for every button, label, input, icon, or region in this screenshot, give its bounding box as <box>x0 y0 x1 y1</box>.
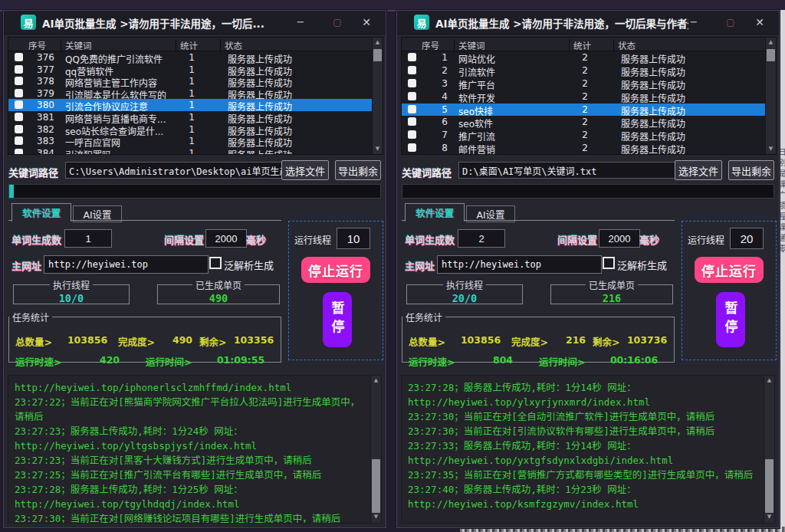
header-keyword: 关键词 <box>458 39 485 51</box>
row-checkbox[interactable] <box>15 136 23 145</box>
row-checkbox[interactable] <box>15 125 23 133</box>
close-button[interactable]: ✕ <box>358 14 375 31</box>
row-checkbox[interactable] <box>408 92 416 100</box>
gen-count-input[interactable] <box>64 229 112 248</box>
scroll-thumb[interactable] <box>373 49 382 61</box>
table-row[interactable]: 8 邮件营销 2 服务器上传成功 <box>402 142 776 155</box>
interval-input[interactable] <box>599 229 640 248</box>
scroll-up-icon[interactable]: ▲ <box>766 38 776 48</box>
maximize-button[interactable]: ▢ <box>722 14 739 31</box>
exec-thread-value: 10/0 <box>14 292 129 304</box>
row-checkbox[interactable] <box>408 130 416 139</box>
table-row[interactable]: 379 引流脚本是什么软件写的 1 服务器上传成功 <box>8 87 383 100</box>
table-row[interactable]: 382 seo站长综合查询是什... 1 服务器上传成功 <box>8 123 383 136</box>
table-scrollbar[interactable]: ▲ ▼ <box>765 38 776 154</box>
table-row[interactable]: 380 引流合作协议应注意 1 服务器上传成功 <box>8 99 383 111</box>
task-stats-box: 任务统计 总数量> 103856 完成度> 216 剩余> 103736 运行时… <box>402 310 675 363</box>
scroll-down-icon[interactable]: ▼ <box>371 512 381 522</box>
scroll-up-icon[interactable]: ▲ <box>373 38 383 48</box>
table-row[interactable]: 4 软件开发 2 服务器上传成功 <box>402 90 776 103</box>
table-row[interactable]: 384 引流犯罪吗 1 服务器上传成功 <box>8 147 383 155</box>
scroll-thumb[interactable] <box>767 49 775 61</box>
scroll-up-icon[interactable]: ▲ <box>371 376 381 386</box>
scroll-down-icon[interactable]: ▼ <box>764 512 774 522</box>
minimize-button[interactable]: − <box>292 14 309 31</box>
stop-run-button[interactable]: 停止运行 <box>695 257 764 283</box>
row-stat: 1 <box>180 148 203 155</box>
close-button[interactable]: ✕ <box>751 14 768 31</box>
choose-file-button[interactable]: 选择文件 <box>281 160 329 180</box>
tab-software-settings[interactable]: 软件设置 <box>11 203 71 222</box>
pause-button[interactable]: 暂停 <box>716 292 745 347</box>
row-checkbox[interactable] <box>15 149 23 155</box>
row-checkbox[interactable] <box>15 89 23 97</box>
row-number: 377 <box>31 64 54 75</box>
runtime-label: 运行时间> <box>539 354 585 369</box>
row-checkbox[interactable] <box>408 66 416 74</box>
generated-pages-value: 216 <box>551 292 672 304</box>
run-thread-input[interactable] <box>337 228 370 249</box>
row-checkbox[interactable] <box>15 113 23 121</box>
row-checkbox[interactable] <box>15 65 23 74</box>
titlebar[interactable]: 易 AI单页批量生成 >请勿用于非法用途，一切后... − ▢ ✕ <box>4 11 386 34</box>
row-checkbox[interactable] <box>15 77 23 85</box>
export-remaining-button[interactable]: 导出剩余 <box>335 160 381 180</box>
pause-button[interactable]: 暂停 <box>323 292 352 347</box>
interval-input[interactable] <box>205 229 247 248</box>
table-row[interactable]: 378 网络营销主管工作内容 1 服务器上传成功 <box>8 75 383 87</box>
scroll-up-icon[interactable]: ▲ <box>764 376 774 386</box>
row-checkbox[interactable] <box>408 53 416 61</box>
log-scrollbar[interactable]: ▲ ▼ <box>370 376 381 523</box>
row-stat: 2 <box>573 91 596 102</box>
pan-resolve-checkbox[interactable] <box>209 257 222 269</box>
runtime-value: 01:09:55 <box>207 354 274 366</box>
path-input[interactable] <box>458 162 679 179</box>
speed-value: 420 <box>83 354 136 366</box>
maximize-button[interactable]: ▢ <box>329 14 346 31</box>
tab-software-settings[interactable]: 软件设置 <box>405 203 465 222</box>
scroll-thumb[interactable] <box>372 459 380 512</box>
row-number: 5 <box>425 104 448 115</box>
progress-fill <box>9 185 14 198</box>
pan-resolve-checkbox[interactable] <box>603 257 615 269</box>
row-checkbox[interactable] <box>15 53 23 61</box>
table-row[interactable]: 383 一呼百应官网 1 服务器上传成功 <box>8 135 383 147</box>
log-scrollbar[interactable]: ▲ ▼ <box>764 376 774 523</box>
main-url-input[interactable] <box>437 255 602 274</box>
table-row[interactable]: 377 qq营销软件 1 服务器上传成功 <box>8 64 383 76</box>
table-row[interactable]: 7 推广引流 2 服务器上传成功 <box>402 129 776 142</box>
table-row[interactable]: 6 seo软件 2 服务器上传成功 <box>402 116 776 129</box>
table-row[interactable]: 5 seo快排 2 服务器上传成功 <box>402 103 776 117</box>
table-row[interactable]: 1 网站优化 2 服务器上传成功 <box>402 51 776 64</box>
row-number: 378 <box>31 76 54 87</box>
window-left: 易 AI单页批量生成 >请勿用于非法用途，一切后... − ▢ ✕ 序号 关键词… <box>3 10 386 528</box>
row-checkbox[interactable] <box>408 79 416 87</box>
stop-run-button[interactable]: 停止运行 <box>301 257 370 283</box>
scroll-thumb[interactable] <box>765 459 774 512</box>
table-row[interactable]: 2 引流软件 2 服务器上传成功 <box>402 64 776 77</box>
export-remaining-button[interactable]: 导出剩余 <box>728 160 774 180</box>
path-input[interactable] <box>65 162 286 179</box>
titlebar[interactable]: 易 AI单页批量生成 >请勿用于非法用途，一切后果与作者无关 − ▢ ✕ <box>397 11 779 34</box>
table-row[interactable]: 381 网络营销与直播电商专... 1 服务器上传成功 <box>8 111 383 123</box>
generated-pages-box: 已生成单页 216 <box>550 278 673 304</box>
row-checkbox[interactable] <box>408 117 416 126</box>
log-area[interactable]: 23:27:28；服务器上传成功,耗时：1分14秒 网址： http://hey… <box>401 375 775 524</box>
row-checkbox[interactable] <box>408 143 416 152</box>
scroll-down-icon[interactable]: ▼ <box>766 144 776 154</box>
table-row[interactable]: 376 QQ免费的推广引流软件 1 服务器上传成功 <box>8 51 383 64</box>
run-thread-input[interactable] <box>730 228 764 249</box>
row-checkbox[interactable] <box>408 105 416 113</box>
choose-file-button[interactable]: 选择文件 <box>675 160 722 180</box>
scroll-down-icon[interactable]: ▼ <box>373 144 383 154</box>
gen-count-input[interactable] <box>458 229 505 248</box>
row-stat: 2 <box>573 65 596 76</box>
main-url-input[interactable] <box>44 255 209 274</box>
log-line: 23:27:30；当前正在对[网络赚钱论坛项目有哪些]进行生成单页中，请稍后 <box>15 511 366 524</box>
desktop-background: { "icons": { "app_logo_glyph": "易", "min… <box>0 0 785 532</box>
row-checkbox[interactable] <box>15 100 23 109</box>
table-scrollbar[interactable]: ▲ ▼ <box>372 38 383 154</box>
minimize-button[interactable]: − <box>685 14 702 31</box>
table-row[interactable]: 3 推广平台 2 服务器上传成功 <box>402 77 776 90</box>
log-area[interactable]: http://heyiwei.top/iphonerlsclzmhffmd/in… <box>8 375 382 524</box>
